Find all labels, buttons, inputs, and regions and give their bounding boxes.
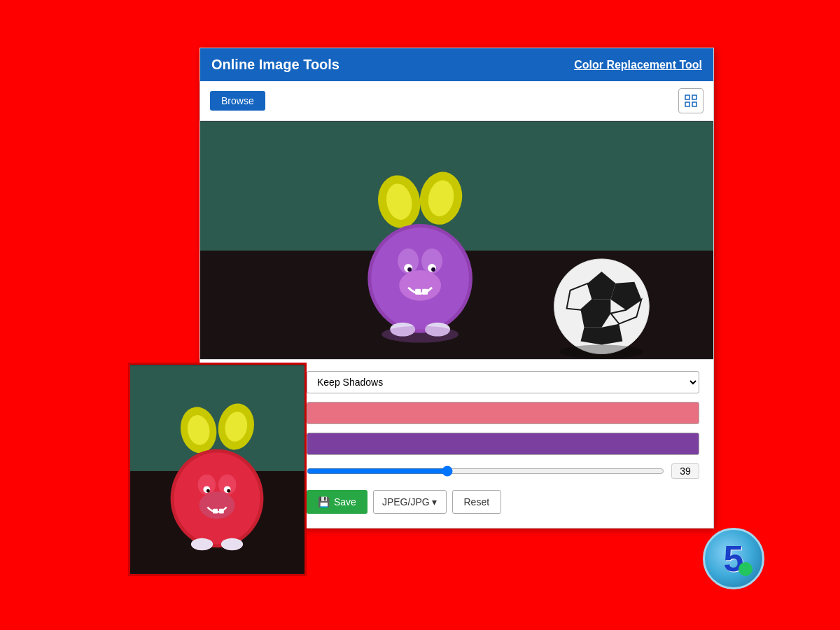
reset-button[interactable]: Reset <box>452 490 502 514</box>
floppy-icon: 💾 <box>318 496 330 507</box>
svg-point-53 <box>221 538 243 551</box>
svg-point-33 <box>560 345 644 359</box>
svg-point-19 <box>399 270 441 301</box>
svg-point-48 <box>227 489 230 493</box>
app-title: Online Image Tools <box>211 57 340 73</box>
original-thumbnail <box>128 363 307 576</box>
svg-rect-51 <box>219 509 224 514</box>
save-button[interactable]: 💾 Save <box>307 490 368 514</box>
image-preview-area <box>200 121 713 359</box>
toolbar: Browse <box>200 81 713 121</box>
svg-rect-2 <box>685 102 690 106</box>
svg-rect-50 <box>213 509 218 514</box>
mode-select[interactable]: Keep Shadows Replace Exact Replace Simil… <box>307 371 699 393</box>
thumbnail-svg <box>130 365 304 574</box>
fit-icon <box>684 94 698 108</box>
tool-name: Color Replacement Tool <box>574 59 702 71</box>
format-select-button[interactable]: JPEG/JPG ▾ <box>373 490 447 514</box>
svg-point-18 <box>431 267 435 272</box>
tolerance-slider[interactable] <box>307 465 664 477</box>
scene-svg <box>200 121 713 359</box>
svg-point-47 <box>206 489 210 493</box>
save-label: Save <box>334 496 356 507</box>
input-color-wrapper <box>307 402 699 424</box>
svg-rect-1 <box>692 95 696 99</box>
svg-point-52 <box>191 538 213 551</box>
number-badge: 5 <box>703 528 764 589</box>
svg-rect-0 <box>685 95 690 99</box>
svg-rect-21 <box>422 289 428 295</box>
app-header: Online Image Tools Color Replacement Too… <box>200 48 713 81</box>
green-dot-icon <box>738 562 752 576</box>
target-color-swatch[interactable] <box>307 433 699 455</box>
svg-point-49 <box>200 491 235 519</box>
input-color-swatch[interactable] <box>307 402 699 424</box>
svg-rect-3 <box>692 102 696 106</box>
svg-rect-20 <box>415 289 421 295</box>
svg-point-24 <box>382 326 458 343</box>
fit-to-screen-button[interactable] <box>678 88 704 113</box>
svg-point-17 <box>407 267 412 272</box>
mode-input-wrapper: Keep Shadows Replace Exact Replace Simil… <box>307 371 699 393</box>
browse-button[interactable]: Browse <box>210 91 265 111</box>
tolerance-value: 39 <box>671 463 699 479</box>
target-color-wrapper <box>307 433 699 455</box>
